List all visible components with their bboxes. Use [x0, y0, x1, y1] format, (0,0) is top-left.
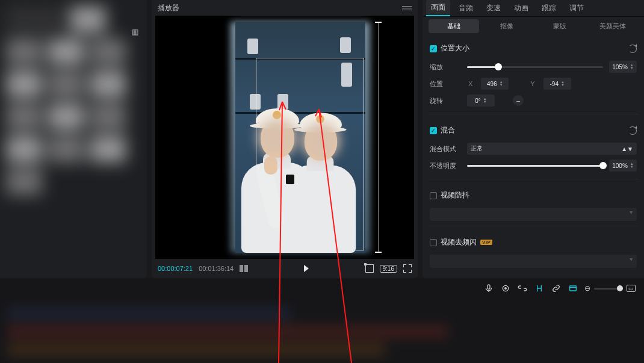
- main-tab-2[interactable]: 变速: [481, 1, 506, 16]
- rotate-step-button[interactable]: –: [513, 95, 524, 106]
- zoom-out-icon[interactable]: ⊖: [584, 284, 590, 293]
- timeline-panel[interactable]: ⊖ ▭: [0, 278, 644, 363]
- opacity-value-input[interactable]: 100% ▲▼: [609, 160, 637, 172]
- scale-label: 缩放: [430, 63, 461, 72]
- checkbox-on-icon[interactable]: ✓: [430, 127, 437, 134]
- main-tab-3[interactable]: 动画: [509, 1, 533, 16]
- media-panel: ▥: [0, 0, 147, 278]
- rotate-value-input[interactable]: 0° ▲▼: [467, 95, 495, 107]
- reset-icon[interactable]: [628, 45, 637, 53]
- property-sub-tabs: 基础抠像蒙版美颜美体: [423, 17, 644, 35]
- sub-tab-3[interactable]: 美颜美体: [587, 19, 638, 33]
- main-tab-4[interactable]: 跟踪: [537, 1, 561, 16]
- sub-tab-0[interactable]: 基础: [429, 19, 479, 33]
- position-label: 位置: [430, 79, 461, 88]
- reset-icon[interactable]: [628, 126, 637, 135]
- deflicker-collapsed-row[interactable]: [430, 255, 637, 268]
- svg-rect-3: [570, 286, 577, 291]
- link-off-icon[interactable]: [517, 283, 528, 294]
- stabilize-collapsed-row[interactable]: [430, 208, 637, 221]
- sub-tab-2[interactable]: 蒙版: [534, 19, 585, 33]
- timeline-zoom[interactable]: ⊖ ▭: [584, 284, 636, 293]
- scale-value-input[interactable]: 105% ▲▼: [609, 61, 637, 73]
- opacity-label: 不透明度: [430, 161, 461, 170]
- sub-tab-1[interactable]: 抠像: [481, 19, 532, 33]
- opacity-slider[interactable]: [467, 165, 603, 167]
- time-total: 00:01:36:14: [199, 265, 234, 272]
- section-position-size-title[interactable]: ✓ 位置大小: [430, 43, 469, 54]
- record-icon[interactable]: [500, 283, 511, 294]
- link-icon[interactable]: [551, 283, 562, 294]
- checkbox-on-icon[interactable]: ✓: [430, 45, 437, 52]
- rotate-label: 旋转: [430, 96, 461, 105]
- scale-slider[interactable]: [467, 66, 603, 68]
- section-blend-title[interactable]: ✓ 混合: [430, 125, 455, 135]
- player-viewport[interactable]: [155, 16, 414, 259]
- vip-badge: VIP: [480, 240, 492, 245]
- media-view-toggle-icon[interactable]: ▥: [132, 28, 138, 36]
- main-tab-5[interactable]: 调节: [565, 1, 589, 16]
- player-menu-icon[interactable]: [402, 6, 412, 10]
- main-tab-1[interactable]: 音频: [454, 1, 478, 16]
- preview-render-icon[interactable]: [568, 283, 578, 294]
- properties-panel: 画面音频变速动画跟踪调节 基础抠像蒙版美颜美体 ✓ 位置大小 缩放: [423, 0, 644, 278]
- play-button[interactable]: [304, 265, 309, 272]
- blend-mode-select[interactable]: 正常 ▲▼: [467, 143, 637, 155]
- svg-point-2: [505, 288, 507, 290]
- aspect-ratio-badge[interactable]: 9:16: [380, 265, 397, 273]
- snap-icon[interactable]: [534, 283, 545, 294]
- section-deflicker-title[interactable]: 视频去频闪 VIP: [430, 237, 492, 247]
- zoom-fit-icon[interactable]: ▭: [627, 285, 636, 292]
- chevron-updown-icon: ▲▼: [621, 146, 633, 152]
- position-x-input[interactable]: 496 ▲▼: [481, 78, 509, 90]
- time-current: 00:00:07:21: [158, 265, 193, 272]
- height-ruler: [378, 22, 379, 253]
- focus-frame-icon[interactable]: [365, 264, 374, 273]
- player-panel: 播放器: [152, 0, 418, 278]
- position-y-input[interactable]: -94 ▲▼: [543, 78, 571, 90]
- svg-rect-0: [488, 285, 490, 289]
- property-main-tabs: 画面音频变速动画跟踪调节: [423, 0, 644, 17]
- checkbox-off-icon[interactable]: [430, 239, 437, 246]
- player-title: 播放器: [158, 3, 179, 13]
- compare-columns-icon[interactable]: [240, 265, 248, 272]
- section-stabilize-title[interactable]: 视频防抖: [430, 190, 469, 200]
- fullscreen-icon[interactable]: [403, 264, 412, 273]
- blend-mode-label: 混合模式: [430, 144, 461, 154]
- mic-icon[interactable]: [483, 283, 494, 294]
- checkbox-off-icon[interactable]: [430, 192, 437, 199]
- main-tab-0[interactable]: 画面: [426, 0, 450, 16]
